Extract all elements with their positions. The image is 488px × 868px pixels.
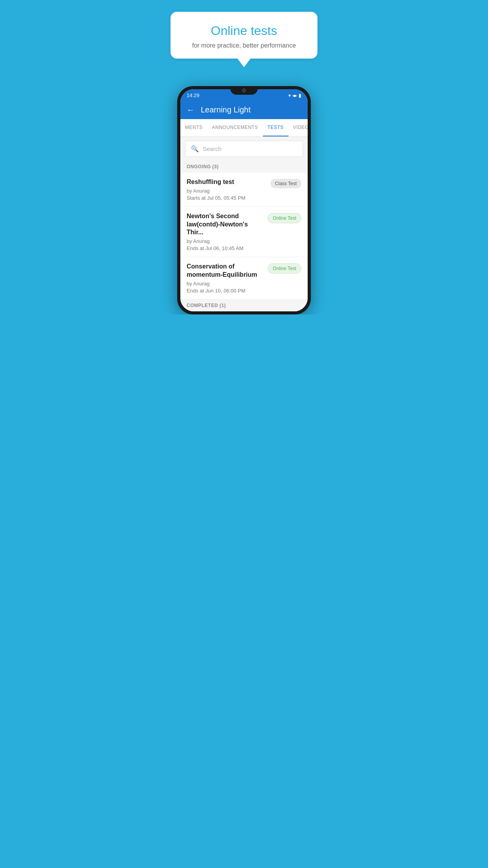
test-info: Newton's Second law(contd)-Newton's Thir…: [187, 212, 264, 251]
tabs-container: MENTS ANNOUNCEMENTS TESTS VIDEOS: [180, 119, 308, 137]
tab-videos[interactable]: VIDEOS: [288, 119, 308, 136]
bubble-subtitle: for more practice, better performance: [180, 42, 308, 49]
speech-bubble: Online tests for more practice, better p…: [171, 12, 317, 59]
test-badge-online: Online Test: [268, 213, 301, 223]
bubble-title: Online tests: [180, 24, 308, 38]
app-header: ← Learning Light: [180, 101, 308, 119]
test-author: by Anurag: [187, 188, 266, 194]
camera-dot: [242, 88, 246, 92]
test-item[interactable]: Reshuffling test by Anurag Starts at Jul…: [180, 173, 308, 207]
phone-notch: [230, 86, 258, 95]
search-container: 🔍 Search: [180, 137, 308, 161]
test-badge-class: Class Test: [270, 179, 301, 188]
promo-section: Online tests for more practice, better p…: [163, 0, 325, 66]
test-badge-online: Online Test: [268, 263, 301, 274]
test-date: Ends at Jul 06, 10:45 AM: [187, 245, 264, 251]
test-name: Newton's Second law(contd)-Newton's Thir…: [187, 212, 264, 237]
test-name: Conservation of momentum-Equilibrium: [187, 263, 264, 279]
ongoing-section-label: ONGOING (3): [180, 161, 308, 173]
battery-icon: ▮: [299, 93, 301, 98]
test-name: Reshuffling test: [187, 178, 266, 186]
test-item[interactable]: Newton's Second law(contd)-Newton's Thir…: [180, 207, 308, 257]
phone-screen: 14:29 ▾ ◂▸ ▮ ← Learning Light MENTS ANNO…: [180, 89, 308, 311]
search-icon: 🔍: [191, 145, 199, 153]
app-title: Learning Light: [201, 105, 251, 114]
signal-icon: ◂▸: [292, 93, 297, 98]
test-info: Conservation of momentum-Equilibrium by …: [187, 263, 264, 294]
test-author: by Anurag: [187, 238, 264, 244]
search-input[interactable]: Search: [203, 145, 222, 152]
test-date: Starts at Jul 05, 05:45 PM: [187, 195, 266, 201]
tab-announcements[interactable]: ANNOUNCEMENTS: [207, 119, 263, 136]
test-author: by Anurag: [187, 281, 264, 287]
phone-wrapper: 14:29 ▾ ◂▸ ▮ ← Learning Light MENTS ANNO…: [163, 86, 325, 314]
test-date: Ends at Jun 10, 06:00 PM: [187, 288, 264, 294]
back-button[interactable]: ←: [187, 105, 194, 114]
status-time: 14:29: [187, 92, 200, 98]
search-box[interactable]: 🔍 Search: [185, 141, 303, 157]
status-icons: ▾ ◂▸ ▮: [288, 93, 301, 98]
wifi-icon: ▾: [288, 93, 291, 98]
tab-tests[interactable]: TESTS: [263, 119, 288, 136]
completed-section-label: COMPLETED (1): [180, 300, 308, 311]
tab-ments[interactable]: MENTS: [180, 119, 207, 136]
phone-device: 14:29 ▾ ◂▸ ▮ ← Learning Light MENTS ANNO…: [177, 86, 311, 314]
test-info: Reshuffling test by Anurag Starts at Jul…: [187, 178, 266, 201]
test-item[interactable]: Conservation of momentum-Equilibrium by …: [180, 257, 308, 300]
